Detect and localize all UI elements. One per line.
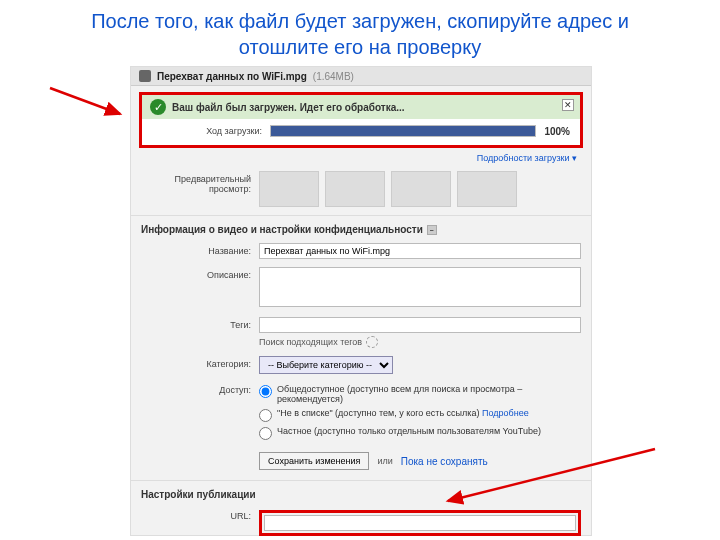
tags-label: Теги: [141,317,251,330]
upload-details-link[interactable]: Подробности загрузки ▾ [477,153,577,163]
more-link[interactable]: Подробнее [482,408,529,418]
thumbnail[interactable] [391,171,451,207]
section-info-title: Информация о видео и настройки конфиденц… [131,215,591,239]
file-name: Перехват данных по WiFi.mpg [157,71,307,82]
file-header: Перехват данных по WiFi.mpg (1.64MB) [131,67,591,86]
access-unlisted-radio[interactable] [259,409,272,422]
category-select[interactable]: -- Выберите категорию -- [259,356,393,374]
progress-label: Ход загрузки: [152,126,262,136]
thumbnail-strip [259,171,581,207]
access-public-radio[interactable] [259,385,272,398]
refresh-icon [366,336,378,348]
thumbnail[interactable] [457,171,517,207]
slide-title: После того, как файл будет загружен, ско… [0,0,720,64]
url-label: URL: [141,508,251,521]
upload-details-row: Подробности загрузки ▾ [131,148,591,167]
progress-fill [271,126,535,136]
access-unlisted-text: "Не в списке" (доступно тем, у кого есть… [277,408,529,418]
thumbnail[interactable] [259,171,319,207]
progress-percent: 100% [544,126,570,137]
upload-highlight-box: ✓ Ваш файл был загружен. Идет его обрабо… [139,92,583,148]
upload-status-text: Ваш файл был загружен. Идет его обработк… [172,102,405,113]
access-label: Доступ: [141,382,251,395]
tags-input[interactable] [259,317,581,333]
svg-line-0 [50,88,120,114]
svg-line-1 [448,449,655,501]
desc-input[interactable] [259,267,581,307]
desc-label: Описание: [141,267,251,280]
progress-bar [270,125,536,137]
upload-status-bar: ✓ Ваш файл был загружен. Идет его обрабо… [142,95,580,119]
access-private-radio[interactable] [259,427,272,440]
save-button[interactable]: Сохранить изменения [259,452,369,470]
file-size: (1.64MB) [313,71,354,82]
progress-row: Ход загрузки: 100% [142,119,580,145]
url-input[interactable] [264,515,576,531]
check-icon: ✓ [150,99,166,115]
thumbnail[interactable] [325,171,385,207]
close-icon[interactable]: ✕ [562,99,574,111]
arrow-bottom [440,445,660,515]
or-text: или [377,456,392,466]
access-public-text: Общедоступное (доступно всем для поиска … [277,384,581,404]
category-label: Категория: [141,356,251,369]
chevron-down-icon: ▾ [572,153,577,163]
tag-search-row[interactable]: Поиск подходящих тегов [259,333,581,348]
title-input[interactable] [259,243,581,259]
disclosure-icon[interactable]: – [427,225,437,235]
file-icon [139,70,151,82]
preview-label: Предварительный просмотр: [141,171,251,194]
title-label: Название: [141,243,251,256]
preview-row: Предварительный просмотр: [131,167,591,211]
access-private-text: Частное (доступно только отдельным польз… [277,426,541,436]
arrow-top [48,84,128,124]
